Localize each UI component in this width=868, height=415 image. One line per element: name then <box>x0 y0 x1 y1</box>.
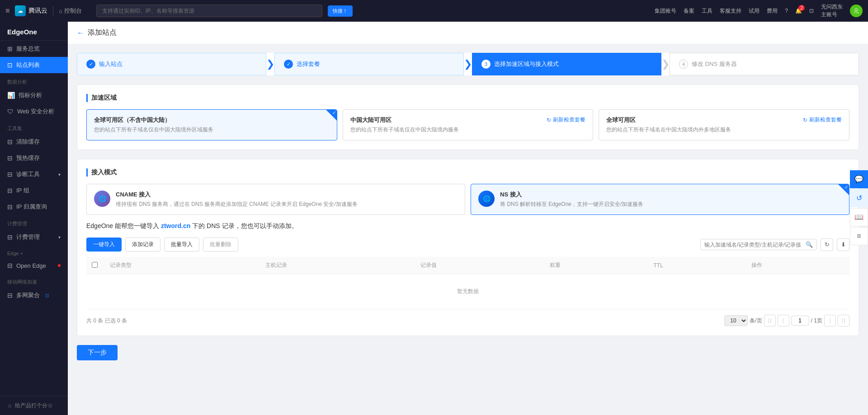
sidebar-section-edge-plus: Edge + <box>0 245 68 258</box>
refresh-float-btn[interactable]: ↺ <box>850 189 868 207</box>
import-one-click-btn[interactable]: 一键导入 <box>86 238 122 252</box>
table-search-input[interactable] <box>704 242 804 248</box>
batch-import-btn[interactable]: 批量导入 <box>164 238 199 252</box>
quick-search-btn[interactable]: 快搜！ <box>328 5 353 17</box>
first-page-btn[interactable]: ⟨⟨ <box>764 315 776 326</box>
sidebar: EdgeOne ⊞ 服务总览 ⊡ 站点列表 数据分析 📊 指标分析 🛡 Web … <box>0 22 68 415</box>
col-host-record: 主机记录 <box>260 257 415 274</box>
step-2: ✓ 选择套餐 <box>274 53 464 75</box>
refresh-table-btn[interactable]: ↻ <box>821 238 833 251</box>
page-size-select[interactable]: 10 20 50 <box>724 315 748 326</box>
rate-product-label: 给产品打个分☆ <box>15 402 53 410</box>
sidebar-item-ipquery[interactable]: ⊟ IP 归属查询 <box>0 199 68 215</box>
add-record-btn[interactable]: 添加记录 <box>125 238 160 252</box>
ns-desc: 将 DNS 解析转移至 EdgeOne，支持一键开启安全/加速服务 <box>500 201 643 208</box>
prev-page-btn[interactable]: ⟨ <box>778 315 789 326</box>
next-step-btn[interactable]: 下一步 <box>77 345 118 360</box>
col-weight: 权重 <box>544 257 648 274</box>
topbar-help-icon[interactable]: ? <box>785 8 788 14</box>
sidebar-item-sites[interactable]: ⊡ 站点列表 <box>0 57 68 73</box>
topbar-trial[interactable]: 试用 <box>749 7 760 15</box>
tencent-cloud-icon: ☁ <box>15 5 26 16</box>
access-option-ns[interactable]: 🌐 NS 接入 将 DNS 解析转移至 EdgeOne，支持一键开启安全/加速服… <box>471 184 849 215</box>
region-global-all-refresh[interactable]: ↻ 刷新检查套餐 <box>803 116 842 124</box>
next-page-btn[interactable]: ⟩ <box>824 315 836 326</box>
sidebar-item-ipgroup[interactable]: ⊟ IP 组 <box>0 182 68 199</box>
topbar-group-account[interactable]: 集团账号 <box>655 7 676 15</box>
step-1-num: ✓ <box>86 60 95 69</box>
topbar-avatar[interactable]: 元 <box>850 5 863 17</box>
sidebar-item-clear-cache[interactable]: ⊟ 清除缓存 <box>0 134 68 150</box>
clear-cache-icon: ⊟ <box>7 138 13 145</box>
step-2-num: ✓ <box>284 60 293 69</box>
topbar-logo-text: 腾讯云 <box>28 7 47 15</box>
col-ttl: TTL <box>648 257 746 274</box>
search-icon[interactable]: 🔍 <box>806 241 813 248</box>
cname-icon: 🌐 <box>94 191 110 207</box>
table-search-area: 🔍 <box>700 239 817 250</box>
topbar-notification[interactable]: 🔔2 <box>795 8 802 14</box>
sidebar-item-multilink[interactable]: ⊟ 多网聚合 ⊡ <box>0 287 68 303</box>
topbar-user-info[interactable]: 无问西东主账号 <box>821 3 843 19</box>
topbar-search-input[interactable] <box>96 5 322 17</box>
sidebar-section-data: 数据分析 <box>0 73 68 87</box>
region-global-all-desc: 您的站点下所有子域名在中国大陆境内外多地区服务 <box>606 126 842 134</box>
rate-product-btn[interactable]: ☆ 给产品打个分☆ <box>7 402 61 410</box>
chat-float-btn[interactable]: 💬 <box>850 170 868 188</box>
topbar-billing[interactable]: 费用 <box>767 7 778 15</box>
batch-delete-btn[interactable]: 批量删除 <box>203 238 238 252</box>
sidebar-item-overview[interactable]: ⊞ 服务总览 <box>0 41 68 57</box>
select-all-checkbox[interactable] <box>92 262 98 268</box>
pagination-controls: 10 20 50 条/页 ⟨⟨ ⟨ / 1页 ⟩ ⟩⟩ <box>724 315 849 326</box>
refresh-icon: ↻ <box>547 117 551 123</box>
topbar-nav-console[interactable]: ⌂ 控制台 <box>59 7 82 15</box>
step-arrow-2: ❯ <box>464 58 472 70</box>
region-mainland-title: 中国大陆可用区 <box>350 116 392 124</box>
current-page-input[interactable] <box>791 316 809 326</box>
pagination: 共 0 条 已选 0 条 10 20 50 条/页 ⟨⟨ ⟨ / 1页 ⟩ ⟩⟩ <box>86 315 849 326</box>
refresh-icon-2: ↻ <box>803 117 807 123</box>
sidebar-item-billing[interactable]: ⊟ 计费管理 ▾ <box>0 229 68 245</box>
region-options: 全球可用区（不含中国大陆） 您的站点下所有子域名仅在中国大陆境外区域服务 中国大… <box>86 109 849 140</box>
hamburger-menu-icon[interactable]: ≡ <box>5 7 9 15</box>
topbar-record[interactable]: 备案 <box>684 7 694 15</box>
topbar-window-icon[interactable]: ⊡ <box>809 8 814 14</box>
billing-icon: ⊟ <box>7 233 13 241</box>
page-title: 添加站点 <box>88 28 117 37</box>
right-float-buttons: 💬 ↺ 📖 ≡ <box>850 170 868 245</box>
access-cname-info: CNAME 接入 维持现有 DNS 服务商，通过在 DNS 服务商处添加指定 C… <box>116 191 358 208</box>
sidebar-item-open-edge[interactable]: ⊟ Open Edge <box>0 258 68 273</box>
sidebar-item-metrics[interactable]: 📊 指标分析 <box>0 87 68 103</box>
step-4-label: 修改 DNS 服务器 <box>692 60 737 68</box>
access-option-cname[interactable]: 🌐 CNAME 接入 维持现有 DNS 服务商，通过在 DNS 服务商处添加指定… <box>86 184 465 215</box>
region-option-global-excl[interactable]: 全球可用区（不含中国大陆） 您的站点下所有子域名仅在中国大陆境外区域服务 <box>86 109 337 140</box>
download-btn[interactable]: ⬇ <box>837 238 849 251</box>
col-record-type: 记录类型 <box>104 257 260 274</box>
docs-float-btn[interactable]: 📖 <box>850 208 868 226</box>
region-mainland-refresh[interactable]: ↻ 刷新检查套餐 <box>547 116 585 124</box>
notif-count: 2 <box>798 5 805 11</box>
sidebar-item-security[interactable]: 🛡 Web 安全分析 <box>0 103 68 120</box>
last-page-btn[interactable]: ⟩⟩ <box>838 315 849 326</box>
preheat-icon: ⊟ <box>7 154 13 162</box>
region-option-mainland[interactable]: 中国大陆可用区 ↻ 刷新检查套餐 您的站点下所有子域名仅在中国大陆境内服务 <box>343 109 594 140</box>
multilink-ext-icon: ⊡ <box>45 293 49 298</box>
access-card: 接入模式 🌐 CNAME 接入 维持现有 DNS 服务商，通过在 DNS 服务商… <box>77 159 859 336</box>
back-button[interactable]: ← <box>77 29 84 37</box>
step-2-label: 选择套餐 <box>297 60 320 68</box>
region-option-global-all[interactable]: 全球可用区 ↻ 刷新检查套餐 您的站点下所有子域名在中国大陆境内外多地区服务 <box>599 109 849 140</box>
sidebar-item-metrics-label: 指标分析 <box>19 91 42 99</box>
col-record-value: 记录值 <box>415 257 544 274</box>
sidebar-item-multilink-label: 多网聚合 <box>16 291 40 299</box>
sidebar-item-preheat-cache[interactable]: ⊟ 预热缓存 <box>0 150 68 166</box>
topbar-tools[interactable]: 工具 <box>702 7 712 15</box>
step-arrow-3: ❯ <box>661 58 670 70</box>
sidebar-item-diag[interactable]: ⊟ 诊断工具 ▾ <box>0 166 68 182</box>
security-icon: 🛡 <box>7 108 14 115</box>
ns-title: NS 接入 <box>500 191 643 199</box>
topbar-search-area <box>96 5 322 17</box>
step-1-label: 输入站点 <box>99 60 123 68</box>
overview-icon: ⊞ <box>7 45 13 52</box>
topbar-support[interactable]: 客服支持 <box>720 7 741 15</box>
more-float-btn[interactable]: ≡ <box>850 227 868 245</box>
